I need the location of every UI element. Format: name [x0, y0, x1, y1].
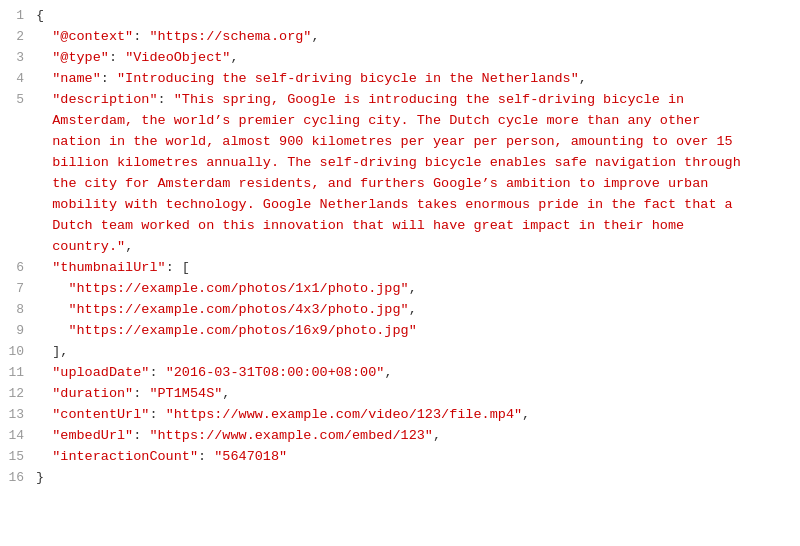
line-content: Amsterdam, the world’s premier cycling c… [36, 111, 800, 132]
line-content: billion kilometres annually. The self-dr… [36, 153, 800, 174]
code-line: the city for Amsterdam residents, and fu… [0, 174, 800, 195]
line-content: mobility with technology. Google Netherl… [36, 195, 800, 216]
code-line: 2 "@context": "https://schema.org", [0, 27, 800, 48]
line-content: country.", [36, 237, 800, 258]
code-line: 15 "interactionCount": "5647018" [0, 447, 800, 468]
line-content: "interactionCount": "5647018" [36, 447, 800, 468]
line-content: "uploadDate": "2016-03-31T08:00:00+08:00… [36, 363, 800, 384]
line-content: } [36, 468, 800, 489]
line-number: 1 [0, 6, 36, 26]
code-line: 8 "https://example.com/photos/4x3/photo.… [0, 300, 800, 321]
line-number: 6 [0, 258, 36, 278]
code-line: 9 "https://example.com/photos/16x9/photo… [0, 321, 800, 342]
line-content: "@context": "https://schema.org", [36, 27, 800, 48]
code-line: 7 "https://example.com/photos/1x1/photo.… [0, 279, 800, 300]
line-content: "contentUrl": "https://www.example.com/v… [36, 405, 800, 426]
line-number: 3 [0, 48, 36, 68]
code-line: 5 "description": "This spring, Google is… [0, 90, 800, 111]
line-content: "thumbnailUrl": [ [36, 258, 800, 279]
line-content: "https://example.com/photos/4x3/photo.jp… [36, 300, 800, 321]
line-content: "@type": "VideoObject", [36, 48, 800, 69]
code-line: nation in the world, almost 900 kilometr… [0, 132, 800, 153]
code-line: 10 ], [0, 342, 800, 363]
code-line: country.", [0, 237, 800, 258]
code-line: mobility with technology. Google Netherl… [0, 195, 800, 216]
line-content: the city for Amsterdam residents, and fu… [36, 174, 800, 195]
line-number: 14 [0, 426, 36, 446]
code-viewer: 1{2 "@context": "https://schema.org",3 "… [0, 0, 800, 546]
line-number: 10 [0, 342, 36, 362]
code-line: 16} [0, 468, 800, 489]
code-line: 1{ [0, 6, 800, 27]
line-content: "name": "Introducing the self-driving bi… [36, 69, 800, 90]
code-line: 6 "thumbnailUrl": [ [0, 258, 800, 279]
code-line: Dutch team worked on this innovation tha… [0, 216, 800, 237]
line-number: 13 [0, 405, 36, 425]
line-number: 8 [0, 300, 36, 320]
line-content: "https://example.com/photos/16x9/photo.j… [36, 321, 800, 342]
line-number: 4 [0, 69, 36, 89]
code-line: 13 "contentUrl": "https://www.example.co… [0, 405, 800, 426]
code-line: 14 "embedUrl": "https://www.example.com/… [0, 426, 800, 447]
code-line: 4 "name": "Introducing the self-driving … [0, 69, 800, 90]
line-number: 7 [0, 279, 36, 299]
code-line: 12 "duration": "PT1M54S", [0, 384, 800, 405]
line-content: nation in the world, almost 900 kilometr… [36, 132, 800, 153]
line-number: 9 [0, 321, 36, 341]
line-number: 15 [0, 447, 36, 467]
code-line: 11 "uploadDate": "2016-03-31T08:00:00+08… [0, 363, 800, 384]
line-content: "embedUrl": "https://www.example.com/emb… [36, 426, 800, 447]
line-number: 2 [0, 27, 36, 47]
line-content: "description": "This spring, Google is i… [36, 90, 800, 111]
line-content: "https://example.com/photos/1x1/photo.jp… [36, 279, 800, 300]
line-number: 12 [0, 384, 36, 404]
line-content: Dutch team worked on this innovation tha… [36, 216, 800, 237]
line-content: "duration": "PT1M54S", [36, 384, 800, 405]
line-content: ], [36, 342, 800, 363]
line-number: 5 [0, 90, 36, 110]
code-line: 3 "@type": "VideoObject", [0, 48, 800, 69]
line-number: 11 [0, 363, 36, 383]
code-line: Amsterdam, the world’s premier cycling c… [0, 111, 800, 132]
line-content: { [36, 6, 800, 27]
code-line: billion kilometres annually. The self-dr… [0, 153, 800, 174]
line-number: 16 [0, 468, 36, 488]
